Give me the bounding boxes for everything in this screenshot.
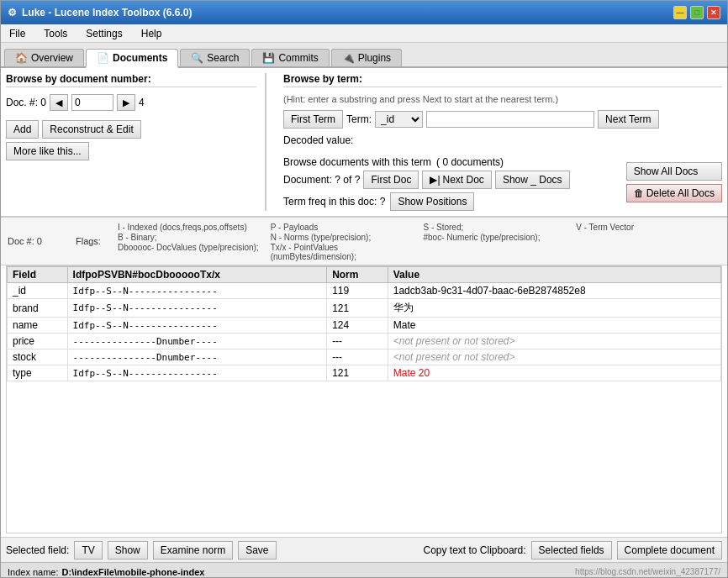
left-btn-row: Add Reconstruct & Edit	[6, 120, 256, 139]
flag-P: P - Payloads	[271, 223, 415, 232]
doc-prev-button[interactable]: ◀	[50, 94, 68, 111]
status-bar: Index name: D:\indexFile\mobile-phone-in…	[1, 562, 727, 578]
tab-overview[interactable]: 🏠 Overview	[4, 49, 84, 66]
selected-fields-button[interactable]: Selected fields	[531, 541, 612, 560]
tab-commits[interactable]: 💾 Commits	[251, 49, 329, 66]
top-panels: Browse by document number: Doc. #: 0 ◀ ▶…	[1, 68, 727, 217]
maximize-button[interactable]: □	[690, 6, 704, 19]
flag-D: Dbooooc- DocValues (type/precision);	[118, 243, 262, 261]
flag-N: N - Norms (type/precision);	[271, 233, 415, 242]
doc-id-label: Doc #: 0	[8, 236, 42, 246]
doc-number-input[interactable]	[71, 94, 113, 111]
tab-plugins-label: Plugins	[358, 52, 391, 64]
flags-label: Flags:	[76, 236, 101, 246]
cell-norm: 124	[327, 318, 388, 334]
cell-flags: Idfp--S--N----------------	[67, 283, 327, 299]
tab-search[interactable]: 🔍 Search	[180, 49, 250, 66]
term-label: Term:	[346, 113, 372, 125]
freq-row: Term freq in this doc: ? Show Positions	[283, 192, 570, 211]
table-row[interactable]: typeIdfp--S--N----------------121Mate 20	[8, 365, 721, 381]
flag-V: V - Term Vector	[576, 223, 720, 232]
delete-icon: 🗑	[634, 187, 644, 199]
overview-icon: 🏠	[15, 52, 28, 64]
cell-norm: 121	[327, 365, 388, 381]
show-button[interactable]: Show	[108, 541, 148, 560]
url-hint: https://blog.csdn.net/weixin_42387177/	[575, 567, 720, 576]
add-button[interactable]: Add	[6, 120, 39, 139]
save-button[interactable]: Save	[238, 541, 276, 560]
plugins-icon: 🔌	[342, 52, 355, 64]
table-row[interactable]: _idIdfp--S--N----------------1191adcb3ab…	[8, 283, 721, 299]
cell-value: 华为	[388, 299, 720, 318]
minimize-button[interactable]: —	[673, 6, 687, 19]
menu-bar: File Tools Settings Help	[1, 24, 727, 43]
doc-position-label: Document: ? of ?	[283, 174, 360, 186]
next-doc-label: Next Doc	[443, 174, 484, 186]
browse-term-row: Browse documents with this term ( 0 docu…	[283, 156, 570, 168]
show-all-docs-button[interactable]: Show All Docs	[626, 162, 722, 181]
cell-norm: ---	[327, 349, 388, 365]
doc-next-button[interactable]: ▶	[117, 94, 135, 111]
table-row[interactable]: price---------------Dnumber-------<not p…	[8, 334, 721, 349]
window-title: Luke - Lucene Index Toolbox (6.6.0)	[22, 7, 192, 18]
left-panel-title: Browse by document number:	[6, 73, 256, 87]
cell-field: name	[8, 318, 68, 334]
table-row[interactable]: stock---------------Dnumber-------<not p…	[8, 349, 721, 365]
flag-B: B - Binary;	[118, 233, 262, 242]
doc-count-label: ( 0 documents)	[436, 156, 504, 168]
doc-max-label: 4	[139, 97, 145, 108]
flag-I: I - Indexed (docs,freqs,pos,offsets)	[118, 223, 262, 232]
doc-number-label: Doc. #: 0	[6, 97, 46, 108]
more-like-this-button[interactable]: More like this...	[6, 142, 89, 160]
examine-norm-button[interactable]: Examine norm	[153, 541, 233, 560]
cell-norm: 121	[327, 299, 388, 318]
first-term-button[interactable]: First Term	[283, 110, 343, 129]
tv-button[interactable]: TV	[74, 541, 102, 560]
doc-number-row: Doc. #: 0 ◀ ▶ 4	[6, 94, 256, 111]
show-positions-button[interactable]: Show Positions	[390, 192, 474, 211]
complete-document-button[interactable]: Complete document	[617, 541, 722, 560]
documents-icon: 📄	[97, 52, 109, 64]
close-button[interactable]: ✕	[707, 6, 720, 19]
right-btn-col: Show All Docs 🗑 Delete All Docs	[626, 162, 722, 202]
cell-flags: Idfp--S--N----------------	[67, 365, 327, 381]
col-flags: IdfpoPSVBN#bocDboooooTx/x	[67, 267, 327, 283]
next-term-button[interactable]: Next Term	[598, 110, 658, 129]
term-field-select[interactable]: _id brand name price stock type	[375, 111, 423, 128]
cell-flags: ---------------Dnumber----	[67, 334, 327, 349]
bottom-right: Copy text to Clipboard: Selected fields …	[424, 541, 723, 560]
search-icon: 🔍	[191, 52, 203, 64]
left-panel: Browse by document number: Doc. #: 0 ◀ ▶…	[6, 73, 266, 211]
cell-field: type	[8, 365, 68, 381]
reconstruct-edit-button[interactable]: Reconstruct & Edit	[42, 120, 140, 139]
menu-file[interactable]: File	[4, 26, 30, 41]
decoded-row: Decoded value:	[283, 134, 722, 146]
index-name-label: Index name:	[8, 567, 59, 577]
title-bar: ⚙ Luke - Lucene Index Toolbox (6.6.0) — …	[1, 1, 727, 24]
next-doc-icon: ▶|	[430, 174, 440, 186]
tab-plugins[interactable]: 🔌 Plugins	[331, 49, 402, 66]
flag-empty1	[576, 233, 720, 242]
menu-settings[interactable]: Settings	[81, 26, 127, 41]
cell-value: <not present or not stored>	[388, 334, 720, 349]
more-like-row: More like this...	[6, 142, 256, 160]
next-doc-button[interactable]: ▶| Next Doc	[422, 171, 491, 189]
tab-search-label: Search	[207, 52, 239, 64]
tab-documents[interactable]: 📄 Documents	[86, 49, 178, 68]
term-row: First Term Term: _id brand name price st…	[283, 110, 722, 129]
cell-flags: Idfp--S--N----------------	[67, 299, 327, 318]
show-docs-button[interactable]: Show _ Docs	[495, 171, 570, 189]
table-row[interactable]: brandIdfp--S--N----------------121华为	[8, 299, 721, 318]
delete-all-docs-button[interactable]: 🗑 Delete All Docs	[626, 184, 722, 202]
term-search-input[interactable]	[426, 111, 594, 128]
copy-text-label: Copy text to Clipboard:	[424, 544, 526, 556]
first-doc-button[interactable]: First Doc	[363, 171, 419, 189]
cell-value: Mate 20	[388, 365, 720, 381]
tab-overview-label: Overview	[31, 52, 73, 64]
menu-help[interactable]: Help	[136, 26, 167, 41]
decoded-label: Decoded value:	[283, 134, 353, 146]
menu-tools[interactable]: Tools	[39, 26, 72, 41]
col-norm: Norm	[327, 267, 388, 283]
table-container: Field IdfpoPSVBN#bocDboooooTx/x Norm Val…	[6, 265, 722, 533]
table-row[interactable]: nameIdfp--S--N----------------124Mate	[8, 318, 721, 334]
